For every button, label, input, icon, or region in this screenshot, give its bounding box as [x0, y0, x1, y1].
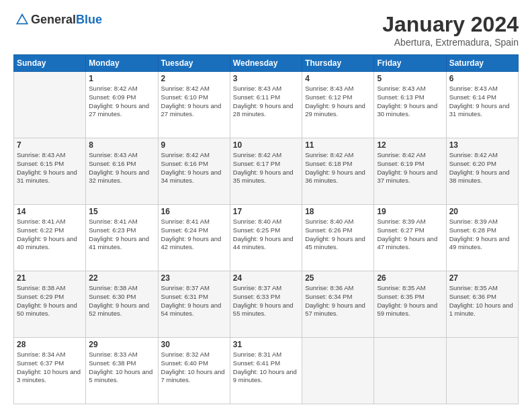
table-row: 6Sunrise: 8:43 AMSunset: 6:14 PMDaylight…: [446, 72, 518, 138]
day-detail: Sunrise: 8:42 AMSunset: 6:10 PMDaylight:…: [161, 85, 227, 119]
table-row: 16Sunrise: 8:41 AMSunset: 6:24 PMDayligh…: [158, 205, 230, 271]
table-row: 1Sunrise: 8:42 AMSunset: 6:09 PMDaylight…: [86, 72, 158, 138]
day-number: 5: [377, 74, 443, 83]
day-number: 25: [305, 273, 371, 283]
logo-general: General: [31, 13, 76, 26]
day-detail: Sunrise: 8:35 AMSunset: 6:35 PMDaylight:…: [377, 284, 443, 318]
day-detail: Sunrise: 8:35 AMSunset: 6:36 PMDaylight:…: [449, 284, 515, 318]
calendar-header-row: Sunday Monday Tuesday Wednesday Thursday…: [14, 55, 519, 72]
day-number: 26: [377, 273, 443, 283]
day-number: 23: [161, 273, 227, 283]
calendar-week-row: 28Sunrise: 8:34 AMSunset: 6:37 PMDayligh…: [14, 338, 519, 404]
day-number: 17: [233, 207, 299, 216]
day-number: 13: [449, 140, 515, 150]
day-detail: Sunrise: 8:40 AMSunset: 6:26 PMDaylight:…: [305, 218, 371, 252]
day-detail: Sunrise: 8:43 AMSunset: 6:12 PMDaylight:…: [305, 85, 371, 119]
month-title: January 2024: [382, 12, 519, 37]
day-detail: Sunrise: 8:40 AMSunset: 6:25 PMDaylight:…: [233, 218, 299, 252]
day-number: 28: [17, 340, 83, 349]
day-number: 31: [233, 340, 299, 349]
page: GeneralBlue January 2024 Abertura, Extre…: [0, 0, 532, 411]
calendar-table: Sunday Monday Tuesday Wednesday Thursday…: [13, 54, 519, 404]
logo: GeneralBlue: [13, 12, 102, 27]
table-row: 11Sunrise: 8:42 AMSunset: 6:18 PMDayligh…: [302, 138, 374, 205]
logo-blue: Blue: [76, 13, 102, 26]
day-number: 10: [233, 140, 299, 150]
table-row: 12Sunrise: 8:42 AMSunset: 6:19 PMDayligh…: [374, 138, 446, 205]
table-row: 28Sunrise: 8:34 AMSunset: 6:37 PMDayligh…: [14, 338, 86, 404]
day-detail: Sunrise: 8:37 AMSunset: 6:33 PMDaylight:…: [233, 284, 299, 318]
table-row: 4Sunrise: 8:43 AMSunset: 6:12 PMDaylight…: [302, 72, 374, 138]
col-wednesday: Wednesday: [230, 55, 302, 72]
day-detail: Sunrise: 8:31 AMSunset: 6:41 PMDaylight:…: [233, 351, 299, 385]
day-detail: Sunrise: 8:42 AMSunset: 6:16 PMDaylight:…: [161, 151, 227, 185]
day-number: 8: [89, 140, 154, 150]
table-row: 26Sunrise: 8:35 AMSunset: 6:35 PMDayligh…: [374, 271, 446, 338]
col-saturday: Saturday: [446, 55, 518, 72]
table-row: 7Sunrise: 8:43 AMSunset: 6:15 PMDaylight…: [14, 138, 86, 205]
day-number: 9: [161, 140, 227, 150]
day-number: 7: [17, 140, 83, 150]
col-monday: Monday: [86, 55, 158, 72]
day-number: 27: [449, 273, 515, 283]
day-number: 3: [233, 74, 299, 83]
calendar-week-row: 21Sunrise: 8:38 AMSunset: 6:29 PMDayligh…: [14, 271, 519, 338]
day-number: 1: [89, 74, 154, 83]
day-detail: Sunrise: 8:37 AMSunset: 6:31 PMDaylight:…: [161, 284, 227, 318]
col-thursday: Thursday: [302, 55, 374, 72]
day-detail: Sunrise: 8:43 AMSunset: 6:15 PMDaylight:…: [17, 151, 83, 185]
day-detail: Sunrise: 8:38 AMSunset: 6:29 PMDaylight:…: [17, 284, 83, 318]
table-row: 8Sunrise: 8:43 AMSunset: 6:16 PMDaylight…: [86, 138, 158, 205]
table-row: 9Sunrise: 8:42 AMSunset: 6:16 PMDaylight…: [158, 138, 230, 205]
calendar-week-row: 14Sunrise: 8:41 AMSunset: 6:22 PMDayligh…: [14, 205, 519, 271]
table-row: 23Sunrise: 8:37 AMSunset: 6:31 PMDayligh…: [158, 271, 230, 338]
day-number: 22: [89, 273, 154, 283]
table-row: 14Sunrise: 8:41 AMSunset: 6:22 PMDayligh…: [14, 205, 86, 271]
day-detail: Sunrise: 8:42 AMSunset: 6:17 PMDaylight:…: [233, 151, 299, 185]
day-detail: Sunrise: 8:42 AMSunset: 6:09 PMDaylight:…: [89, 85, 154, 119]
col-sunday: Sunday: [14, 55, 86, 72]
table-row: 18Sunrise: 8:40 AMSunset: 6:26 PMDayligh…: [302, 205, 374, 271]
day-number: 29: [89, 340, 154, 349]
calendar-week-row: 7Sunrise: 8:43 AMSunset: 6:15 PMDaylight…: [14, 138, 519, 205]
table-row: 19Sunrise: 8:39 AMSunset: 6:27 PMDayligh…: [374, 205, 446, 271]
header: GeneralBlue January 2024 Abertura, Extre…: [13, 12, 519, 48]
table-row: [446, 338, 518, 404]
table-row: 31Sunrise: 8:31 AMSunset: 6:41 PMDayligh…: [230, 338, 302, 404]
table-row: 17Sunrise: 8:40 AMSunset: 6:25 PMDayligh…: [230, 205, 302, 271]
table-row: 15Sunrise: 8:41 AMSunset: 6:23 PMDayligh…: [86, 205, 158, 271]
table-row: 10Sunrise: 8:42 AMSunset: 6:17 PMDayligh…: [230, 138, 302, 205]
day-number: 30: [161, 340, 227, 349]
day-number: 11: [305, 140, 371, 150]
day-detail: Sunrise: 8:38 AMSunset: 6:30 PMDaylight:…: [89, 284, 154, 318]
day-detail: Sunrise: 8:32 AMSunset: 6:40 PMDaylight:…: [161, 351, 227, 385]
table-row: 25Sunrise: 8:36 AMSunset: 6:34 PMDayligh…: [302, 271, 374, 338]
day-number: 24: [233, 273, 299, 283]
table-row: 27Sunrise: 8:35 AMSunset: 6:36 PMDayligh…: [446, 271, 518, 338]
day-detail: Sunrise: 8:36 AMSunset: 6:34 PMDaylight:…: [305, 284, 371, 318]
table-row: 22Sunrise: 8:38 AMSunset: 6:30 PMDayligh…: [86, 271, 158, 338]
day-number: 4: [305, 74, 371, 83]
table-row: 3Sunrise: 8:43 AMSunset: 6:11 PMDaylight…: [230, 72, 302, 138]
day-number: 12: [377, 140, 443, 150]
table-row: [302, 338, 374, 404]
day-detail: Sunrise: 8:41 AMSunset: 6:22 PMDaylight:…: [17, 218, 83, 252]
day-number: 20: [449, 207, 515, 216]
table-row: 2Sunrise: 8:42 AMSunset: 6:10 PMDaylight…: [158, 72, 230, 138]
table-row: [374, 338, 446, 404]
location-title: Abertura, Extremadura, Spain: [382, 37, 519, 48]
day-number: 6: [449, 74, 515, 83]
day-detail: Sunrise: 8:41 AMSunset: 6:24 PMDaylight:…: [161, 218, 227, 252]
day-detail: Sunrise: 8:42 AMSunset: 6:18 PMDaylight:…: [305, 151, 371, 185]
table-row: 13Sunrise: 8:42 AMSunset: 6:20 PMDayligh…: [446, 138, 518, 205]
col-friday: Friday: [374, 55, 446, 72]
col-tuesday: Tuesday: [158, 55, 230, 72]
logo-icon: [15, 12, 30, 27]
day-detail: Sunrise: 8:39 AMSunset: 6:27 PMDaylight:…: [377, 218, 443, 252]
day-detail: Sunrise: 8:43 AMSunset: 6:16 PMDaylight:…: [89, 151, 154, 185]
table-row: 29Sunrise: 8:33 AMSunset: 6:38 PMDayligh…: [86, 338, 158, 404]
table-row: 5Sunrise: 8:43 AMSunset: 6:13 PMDaylight…: [374, 72, 446, 138]
table-row: 21Sunrise: 8:38 AMSunset: 6:29 PMDayligh…: [14, 271, 86, 338]
day-detail: Sunrise: 8:39 AMSunset: 6:28 PMDaylight:…: [449, 218, 515, 252]
day-detail: Sunrise: 8:43 AMSunset: 6:14 PMDaylight:…: [449, 85, 515, 119]
